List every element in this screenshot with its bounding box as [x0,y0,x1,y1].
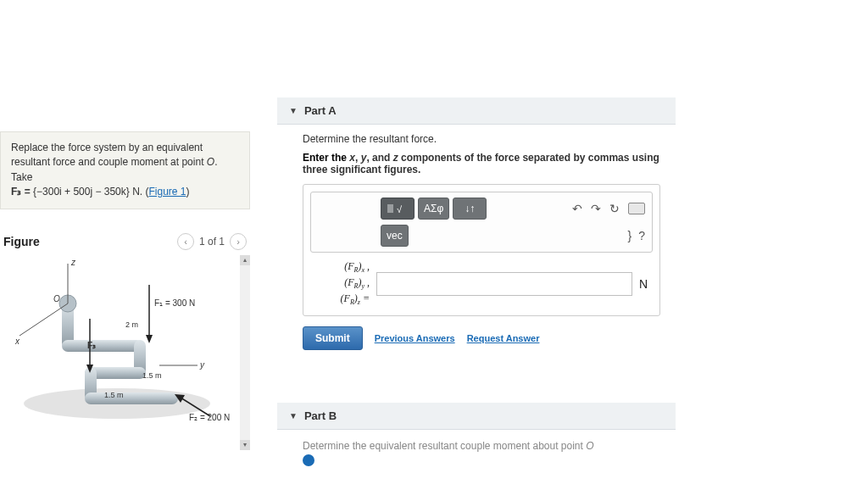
part-a-header[interactable]: ▼ Part A [277,97,676,125]
part-b-title: Part B [304,409,337,422]
scroll-down-icon[interactable]: ▾ [240,440,250,450]
svg-text:y: y [199,360,205,370]
figure-prev-button[interactable]: ‹ [177,233,194,250]
part-b-prompt: Determine the equivalent resultant coupl… [303,440,594,452]
force-lhs: F₃ = [11,186,33,198]
figure-scrollbar[interactable]: ▴ ▾ [240,255,250,450]
vec-button[interactable]: vec [381,225,409,247]
figure-count: 1 of 1 [199,236,225,248]
reset-icon[interactable]: ↻ [609,202,620,215]
svg-text:O: O [53,294,60,303]
part-a-title: Part A [304,104,337,117]
figure-link[interactable]: Figure 1 [148,186,186,198]
template-picker-button[interactable]: √ [381,198,415,220]
svg-text:2 m: 2 m [125,320,138,329]
part-a-hint: Enter the x, y, and z components of the … [303,152,660,175]
svg-text:z: z [70,258,76,267]
svg-rect-2 [62,340,142,352]
info-dot-icon[interactable] [303,454,314,466]
part-b-header[interactable]: ▼ Part B [277,403,676,430]
figure-panel: z x y O F₁ = 300 N F₂ = 200 N F₃ 2 m 1.5… [0,255,250,450]
svg-rect-27 [387,204,393,213]
figure-diagram: z x y O F₁ = 300 N F₂ = 200 N F₃ 2 m 1.5… [7,255,244,442]
keyboard-icon[interactable] [628,203,645,214]
submit-button[interactable]: Submit [303,326,363,350]
request-answer-link[interactable]: Request Answer [467,333,540,343]
force-unit: N. ( [130,186,149,198]
svg-rect-6 [85,392,178,404]
part-b-prompt-row: Determine the equivalent resultant coupl… [277,430,676,466]
answer-input[interactable] [376,272,632,296]
figure-title: Figure [3,235,40,248]
point-o: O [207,156,214,168]
problem-statement: Replace the force system by an equivalen… [0,131,250,209]
svg-text:1.5 m: 1.5 m [104,391,124,399]
collapse-icon: ▼ [289,106,298,115]
collapse-icon: ▼ [289,411,298,420]
svg-text:F₂ = 200 N: F₂ = 200 N [189,413,230,422]
force-vec: {−300i + 500j − 350k} [33,186,130,198]
math-toolbar: √ ΑΣφ ↓↑ ↶ ↷ ↻ vec [310,192,653,253]
close-paren: ) [186,186,190,198]
svg-line-9 [19,303,68,336]
previous-answers-link[interactable]: Previous Answers [375,333,455,343]
svg-marker-11 [146,335,153,343]
part-a-prompt: Determine the resultant force. [303,133,660,145]
svg-text:√: √ [397,204,403,214]
scripts-button[interactable]: ↓↑ [453,198,487,220]
figure-next-button[interactable]: › [230,233,247,250]
help-brace[interactable]: } [628,229,632,242]
answer-box: √ ΑΣφ ↓↑ ↶ ↷ ↻ vec [303,184,660,316]
svg-text:F₁ = 300 N: F₁ = 300 N [154,298,195,308]
problem-text-1: Replace the force system by an equivalen… [11,142,207,168]
help-icon[interactable]: ? [638,229,645,242]
unit-label: N [639,277,653,291]
undo-icon[interactable]: ↶ [572,202,582,215]
svg-text:x: x [14,337,20,346]
redo-icon[interactable]: ↷ [591,202,601,215]
greek-button[interactable]: ΑΣφ [418,198,449,220]
fr-components-label: (FR)x , (FR)y , (FR)z = [310,259,370,309]
svg-text:F₃: F₃ [87,341,96,350]
svg-text:1.5 m: 1.5 m [142,371,162,380]
scroll-up-icon[interactable]: ▴ [240,255,250,265]
